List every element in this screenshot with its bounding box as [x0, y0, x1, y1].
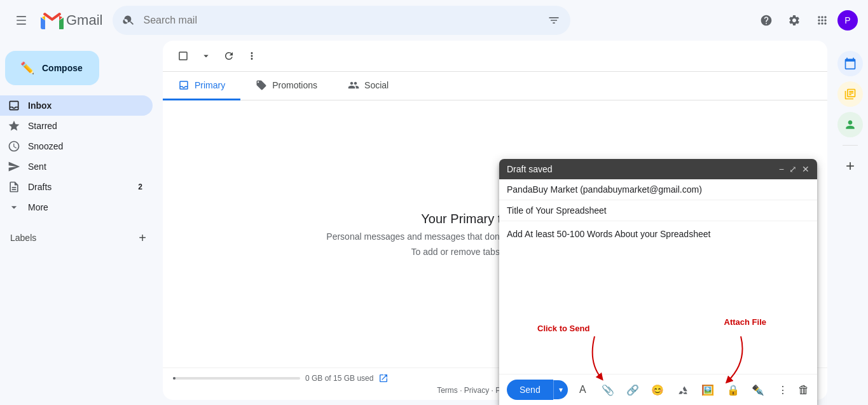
chevron-down-icon [8, 201, 20, 214]
compose-to-field[interactable]: PandaBuy Market (pandabuymarket@gmail.co… [499, 179, 817, 200]
insert-emoji-button[interactable]: 😊 [648, 380, 668, 400]
calendar-panel-icon[interactable] [837, 51, 863, 76]
avatar[interactable]: P [837, 10, 858, 31]
sidebar-item-more[interactable]: More [0, 197, 153, 217]
add-label-button[interactable]: + [132, 228, 153, 248]
labels-section: Labels + [0, 223, 163, 253]
pencil-icon: ✏️ [20, 61, 34, 75]
help-button[interactable] [754, 8, 779, 33]
lock-button[interactable]: 🔒 [723, 380, 743, 400]
drive-button[interactable] [673, 380, 692, 400]
topbar: Gmail P [0, 0, 868, 41]
compose-body[interactable]: Add At least 50-100 Words About your Spr… [499, 221, 817, 374]
compose-header-icons: − ⤢ ✕ [779, 164, 809, 174]
compose-title: Draft saved [507, 164, 779, 174]
search-input[interactable] [143, 15, 540, 26]
privacy-link[interactable]: Privacy [464, 386, 489, 395]
topbar-right: P [754, 8, 858, 33]
tab-primary-label: Primary [195, 80, 225, 90]
attach-file-button[interactable]: 📎 [598, 380, 617, 400]
contacts-panel-icon[interactable] [837, 112, 863, 137]
compose-header[interactable]: Draft saved − ⤢ ✕ [499, 159, 817, 179]
compose-window: Draft saved − ⤢ ✕ PandaBuy Market (panda… [499, 159, 817, 405]
send-dropdown-button[interactable]: ▾ [553, 380, 568, 399]
sidebar-item-starred-label: Starred [28, 121, 57, 131]
compose-subject-field[interactable]: Title of Your Spreadsheet [499, 200, 817, 221]
settings-button[interactable] [782, 8, 807, 33]
gmail-logo: Gmail [41, 11, 102, 29]
more-options-button[interactable] [242, 46, 262, 66]
storage-progress-fill [173, 377, 176, 380]
sidebar-item-inbox[interactable]: Inbox [0, 95, 153, 116]
search-bar[interactable] [113, 6, 570, 35]
compose-close-button[interactable]: ✕ [802, 164, 809, 174]
right-panel-divider [843, 145, 858, 146]
manage-storage-icon[interactable] [378, 373, 389, 383]
svg-rect-0 [17, 16, 26, 17]
sidebar-item-sent[interactable]: Sent [0, 156, 153, 177]
compose-footer: Click to Send Attach File Send ▾ A 📎 🔗 😊… [499, 374, 817, 405]
filter-icon[interactable] [548, 14, 560, 27]
send-button[interactable]: Send [507, 380, 553, 400]
storage-progress-bar [173, 377, 300, 380]
compose-minimize-button[interactable]: − [779, 164, 784, 174]
insert-photo-button[interactable]: 🖼️ [698, 380, 718, 400]
tab-promotions[interactable]: Promotions [240, 72, 333, 100]
star-icon [8, 120, 20, 132]
tabs: Primary Promotions Social [163, 72, 827, 100]
insert-link-button[interactable]: 🔗 [623, 380, 642, 400]
apps-button[interactable] [809, 8, 835, 33]
sidebar-item-drafts-label: Drafts [28, 182, 52, 192]
inbox-icon [8, 99, 20, 112]
drafts-badge: 2 [138, 182, 142, 191]
right-panel: + [832, 41, 868, 405]
labels-title: Labels [10, 233, 36, 243]
menu-icon[interactable] [10, 8, 36, 33]
refresh-button[interactable] [219, 46, 239, 66]
svg-rect-1 [17, 20, 26, 21]
sidebar-item-starred[interactable]: Starred [0, 116, 153, 136]
sidebar-item-snoozed-label: Snoozed [28, 141, 63, 151]
delete-compose-button[interactable]: 🗑 [798, 383, 809, 397]
gmail-title: Gmail [66, 12, 102, 29]
add-panel-button[interactable]: + [837, 153, 863, 179]
clock-icon [8, 140, 20, 153]
send-icon [8, 160, 20, 173]
terms-link[interactable]: Terms [437, 386, 458, 395]
select-all-button[interactable] [173, 46, 193, 66]
send-button-group: Send ▾ [507, 380, 568, 400]
sidebar-item-drafts[interactable]: Drafts 2 [0, 177, 153, 197]
toolbar [163, 41, 827, 72]
format-text-button[interactable]: A [573, 380, 593, 400]
tab-primary[interactable]: Primary [163, 72, 240, 100]
sidebar-item-more-label: More [28, 202, 48, 212]
tasks-panel-icon[interactable] [837, 81, 863, 107]
sidebar: ✏️ Compose Inbox Starred Snoozed [0, 41, 163, 405]
sidebar-item-snoozed[interactable]: Snoozed [0, 136, 153, 156]
more-options-compose-button[interactable]: ⋮ [773, 380, 793, 400]
compose-button[interactable]: ✏️ Compose [5, 51, 99, 85]
sidebar-item-sent-label: Sent [28, 161, 46, 172]
svg-rect-2 [17, 24, 26, 25]
storage-text: 0 GB of 15 GB used [305, 374, 373, 383]
draft-icon [8, 181, 20, 193]
sidebar-item-inbox-label: Inbox [28, 100, 52, 111]
tab-social-label: Social [364, 80, 389, 90]
signature-button[interactable]: ✒️ [748, 380, 768, 400]
tab-promotions-label: Promotions [272, 80, 317, 90]
tab-social[interactable]: Social [333, 72, 404, 100]
compose-expand-button[interactable]: ⤢ [789, 164, 797, 174]
select-dropdown-button[interactable] [196, 46, 216, 66]
